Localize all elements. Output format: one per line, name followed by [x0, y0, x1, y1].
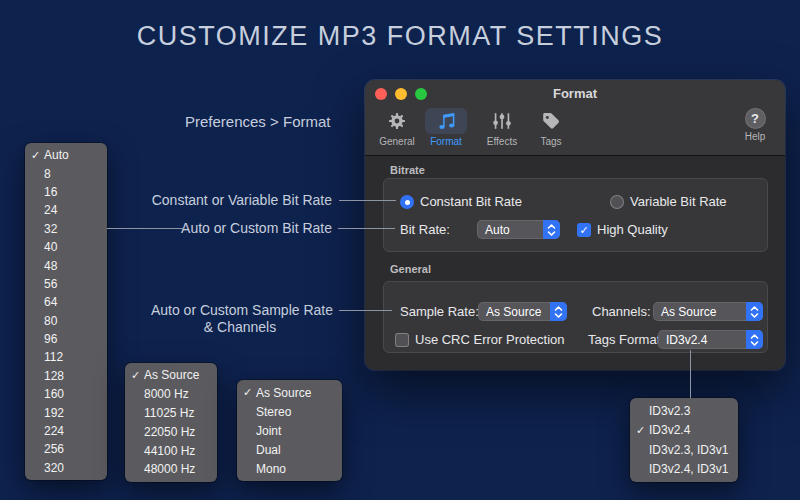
- menu-item-label: 160: [44, 387, 64, 401]
- variable-bit-rate-radio[interactable]: [610, 195, 624, 209]
- menu-item[interactable]: 64: [25, 293, 107, 311]
- sliders-icon: [481, 108, 523, 134]
- popup-chevrons-icon: [746, 330, 763, 349]
- menu-item[interactable]: 128: [25, 367, 107, 385]
- menu-item-label: 32: [44, 222, 57, 236]
- menu-item[interactable]: 11025 Hz: [125, 404, 217, 423]
- toolbar-item-format[interactable]: Format: [420, 108, 472, 147]
- channels-popup-value: As Source: [653, 305, 746, 319]
- connector-line-tags-format: [690, 350, 691, 398]
- window-title: Format: [365, 86, 785, 101]
- menu-item-label: ID3v2.4, ID3v1: [649, 462, 728, 476]
- menu-item[interactable]: 112: [25, 348, 107, 366]
- menu-item[interactable]: 80: [25, 312, 107, 330]
- popup-chevrons-icon: [746, 302, 763, 321]
- toolbar-label-effects: Effects: [487, 136, 517, 147]
- connector-line-bitrate-type: [339, 200, 396, 201]
- menu-item-label: 44100 Hz: [144, 444, 195, 458]
- toolbar-item-help[interactable]: ? Help: [733, 108, 777, 142]
- menu-item[interactable]: 48: [25, 256, 107, 274]
- checkmark-icon: ✓: [131, 369, 144, 382]
- menu-item[interactable]: 192: [25, 403, 107, 421]
- menu-item-label: 24: [44, 203, 57, 217]
- toolbar-item-tags[interactable]: Tags: [526, 108, 576, 147]
- general-section-label: General: [390, 263, 431, 275]
- menu-item[interactable]: 320: [25, 459, 107, 477]
- menu-item-label: 40: [44, 240, 57, 254]
- menu-item[interactable]: 48000 Hz: [125, 460, 217, 479]
- checkmark-icon: ✓: [636, 424, 649, 437]
- sample-rate-menu: ✓As Source8000 Hz11025 Hz22050 Hz44100 H…: [125, 363, 217, 482]
- menu-item[interactable]: 8000 Hz: [125, 385, 217, 404]
- menu-item[interactable]: ID3v2.3, ID3v1: [630, 440, 738, 460]
- menu-item[interactable]: 160: [25, 385, 107, 403]
- tags-format-popup[interactable]: ID3v2.4: [658, 330, 763, 349]
- menu-item[interactable]: 224: [25, 422, 107, 440]
- menu-item[interactable]: 32: [25, 220, 107, 238]
- menu-item-label: 96: [44, 332, 57, 346]
- menu-item[interactable]: Joint: [237, 421, 342, 440]
- channels-popup[interactable]: As Source: [653, 302, 763, 321]
- help-icon[interactable]: ?: [745, 108, 766, 129]
- menu-item[interactable]: 40: [25, 238, 107, 256]
- menu-item[interactable]: ✓Auto: [25, 146, 107, 164]
- channels-menu: ✓As SourceStereoJointDualMono: [237, 380, 342, 481]
- tag-icon: [530, 108, 572, 134]
- menu-item-label: Dual: [256, 443, 281, 457]
- crc-protection-checkbox[interactable]: [395, 333, 409, 347]
- menu-item-label: 11025 Hz: [144, 406, 194, 420]
- menu-item[interactable]: ID3v2.4, ID3v1: [630, 460, 738, 480]
- constant-bit-rate-label: Constant Bit Rate: [420, 195, 522, 209]
- bit-rate-popup-value: Auto: [477, 223, 543, 237]
- gear-icon: [376, 108, 418, 134]
- menu-item[interactable]: 256: [25, 440, 107, 458]
- menu-item-label: ID3v2.3, ID3v1: [649, 443, 728, 457]
- menu-item[interactable]: 96: [25, 330, 107, 348]
- menu-item[interactable]: 16: [25, 183, 107, 201]
- sample-rate-label: Sample Rate:: [400, 305, 479, 319]
- menu-item[interactable]: Mono: [237, 459, 342, 478]
- menu-item-label: ID3v2.3: [649, 404, 690, 418]
- menu-item-label: 8: [44, 167, 51, 181]
- high-quality-label: High Quality: [597, 223, 668, 237]
- menu-item-label: 22050 Hz: [144, 425, 195, 439]
- menu-item-label: As Source: [256, 386, 311, 400]
- menu-item[interactable]: ✓As Source: [125, 366, 217, 385]
- channels-label: Channels:: [592, 305, 651, 319]
- connector-line-bitrate-auto: [338, 228, 395, 229]
- toolbar-label-general: General: [379, 136, 415, 147]
- menu-item-label: 64: [44, 295, 57, 309]
- bit-rate-popup[interactable]: Auto: [477, 220, 560, 239]
- variable-bit-rate-label: Variable Bit Rate: [630, 195, 727, 209]
- connector-line-sample-rate: [339, 310, 392, 311]
- menu-item[interactable]: ID3v2.3: [630, 401, 738, 421]
- menu-item[interactable]: Stereo: [237, 402, 342, 421]
- toolbar-item-effects[interactable]: Effects: [476, 108, 528, 147]
- toolbar-item-general[interactable]: General: [372, 108, 422, 147]
- menu-item[interactable]: ✓As Source: [237, 383, 342, 402]
- tags-format-popup-value: ID3v2.4: [658, 333, 746, 347]
- menu-item[interactable]: ✓ID3v2.4: [630, 421, 738, 441]
- menu-item-label: Auto: [44, 148, 69, 162]
- popup-chevrons-icon: [543, 220, 560, 239]
- high-quality-checkbox[interactable]: ✓: [577, 223, 591, 237]
- stage: CUSTOMIZE MP3 FORMAT SETTINGS Preference…: [0, 0, 800, 500]
- menu-item-label: 320: [44, 461, 64, 475]
- toolbar-label-tags: Tags: [540, 136, 561, 147]
- menu-item[interactable]: 22050 Hz: [125, 422, 217, 441]
- checkmark-icon: ✓: [31, 149, 44, 162]
- menu-item[interactable]: 8: [25, 164, 107, 182]
- connector-line-menu-to-label: [107, 228, 184, 229]
- constant-bit-rate-radio[interactable]: [400, 195, 414, 209]
- menu-item-label: 256: [44, 442, 64, 456]
- tags-format-label: Tags Format:: [588, 333, 664, 347]
- tags-format-menu: ID3v2.3✓ID3v2.4ID3v2.3, ID3v1ID3v2.4, ID…: [630, 398, 738, 482]
- menu-item[interactable]: 56: [25, 275, 107, 293]
- sample-rate-popup[interactable]: As Source: [478, 302, 567, 321]
- menu-item-label: 224: [44, 424, 64, 438]
- bitrate-section-label: Bitrate: [390, 164, 425, 176]
- menu-item[interactable]: Dual: [237, 440, 342, 459]
- menu-item[interactable]: 44100 Hz: [125, 441, 217, 460]
- bitrate-group-box: Constant Bit Rate Variable Bit Rate Bit …: [383, 178, 768, 252]
- menu-item[interactable]: 24: [25, 201, 107, 219]
